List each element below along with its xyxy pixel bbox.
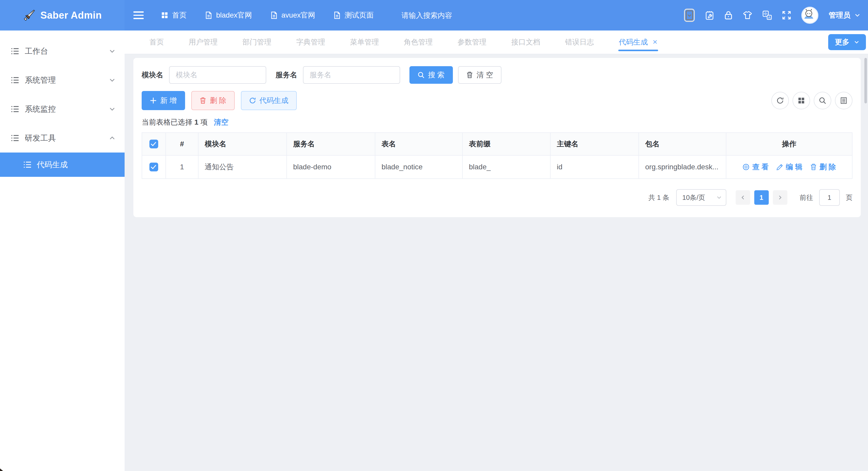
header-search bbox=[400, 10, 501, 20]
chevron-up-icon bbox=[109, 135, 115, 141]
theme-tshirt-icon[interactable] bbox=[743, 11, 752, 20]
header-nav: 首页 bladex官网 avuex官网 bbox=[161, 10, 373, 20]
action-row: 新 增 删 除 代码生成 bbox=[142, 91, 852, 110]
top-header: Saber Admin 首页 bladex官网 bbox=[0, 0, 868, 31]
clear-button[interactable]: 清 空 bbox=[458, 66, 501, 84]
row-checkbox[interactable] bbox=[149, 163, 158, 171]
header-nav-home[interactable]: 首页 bbox=[161, 10, 187, 20]
hamburger-menu-icon[interactable] bbox=[133, 9, 144, 21]
cell-module: 通知公告 bbox=[198, 155, 287, 179]
page-size-select[interactable]: 10条/页 bbox=[676, 189, 726, 206]
column-settings-icon-button[interactable] bbox=[793, 92, 810, 109]
logo-block[interactable]: Saber Admin bbox=[0, 0, 125, 31]
sidebar-item-system-monitor[interactable]: 系统监控 bbox=[0, 95, 125, 124]
tab-dept-management[interactable]: 部门管理 bbox=[230, 31, 284, 54]
tab-user-management[interactable]: 用户管理 bbox=[176, 31, 230, 54]
refresh-icon bbox=[249, 97, 256, 104]
search-icon bbox=[819, 97, 826, 104]
module-name-input[interactable] bbox=[169, 66, 266, 84]
app-title: Saber Admin bbox=[40, 10, 101, 21]
grid-icon bbox=[161, 12, 168, 19]
select-all-checkbox[interactable] bbox=[149, 139, 158, 148]
user-menu[interactable]: 管理员 bbox=[829, 10, 860, 20]
service-name-input[interactable] bbox=[303, 66, 400, 84]
tab-menu-management[interactable]: 菜单管理 bbox=[338, 31, 391, 54]
selection-text: 当前表格已选择 bbox=[142, 117, 192, 127]
user-avatar[interactable] bbox=[801, 7, 818, 24]
sidebar-item-workbench[interactable]: 工作台 bbox=[0, 37, 125, 66]
document-lines-icon bbox=[840, 97, 847, 104]
header-nav-test-page[interactable]: 测试页面 bbox=[334, 10, 373, 20]
refresh-icon-button[interactable] bbox=[771, 92, 789, 109]
pencil-icon bbox=[776, 164, 783, 170]
delete-button[interactable]: 删 除 bbox=[191, 91, 235, 110]
document-icon bbox=[205, 11, 212, 19]
view-link[interactable]: 查 看 bbox=[742, 162, 769, 172]
debug-tool-icon[interactable] bbox=[705, 10, 714, 20]
list-menu-icon bbox=[23, 161, 32, 168]
code-generate-button[interactable]: 代码生成 bbox=[241, 91, 297, 110]
sidebar-sub-item-label: 代码生成 bbox=[37, 159, 68, 170]
document-icon bbox=[271, 11, 277, 19]
row-actions: 查 看 编 辑 删 除 bbox=[733, 162, 846, 172]
trash-icon bbox=[810, 163, 817, 170]
selection-info: 当前表格已选择 1 项 清空 bbox=[142, 117, 852, 127]
goto-page-input[interactable] bbox=[819, 189, 840, 206]
lock-icon[interactable] bbox=[724, 10, 733, 20]
pagination-total: 共 1 条 bbox=[649, 193, 670, 202]
clear-selection-link[interactable]: 清空 bbox=[214, 117, 228, 127]
tab-api-docs[interactable]: 接口文档 bbox=[499, 31, 553, 54]
translate-icon[interactable]: 中 A bbox=[763, 10, 772, 20]
list-menu-icon bbox=[11, 48, 19, 55]
search-button[interactable]: 搜 索 bbox=[409, 66, 453, 84]
add-button[interactable]: 新 增 bbox=[142, 91, 185, 110]
cell-table-name: blade_notice bbox=[375, 155, 462, 179]
header-nav-label: avuex官网 bbox=[281, 10, 315, 20]
page-number-1[interactable]: 1 bbox=[754, 190, 769, 205]
more-tabs-button[interactable]: 更多 bbox=[828, 34, 866, 50]
header-nav-bladex[interactable]: bladex官网 bbox=[205, 10, 252, 20]
sidebar-item-dev-tools[interactable]: 研发工具 bbox=[0, 124, 125, 153]
search-toggle-icon-button[interactable] bbox=[814, 92, 831, 109]
cell-service: blade-demo bbox=[287, 155, 375, 179]
chevron-down-icon bbox=[855, 12, 860, 18]
pagination: 共 1 条 10条/页 1 前往 页 bbox=[142, 189, 852, 206]
header-search-input[interactable] bbox=[400, 11, 501, 20]
tab-role-management[interactable]: 角色管理 bbox=[391, 31, 445, 54]
column-header-service: 服务名 bbox=[287, 133, 375, 155]
header-main: 首页 bladex官网 avuex官网 bbox=[125, 0, 868, 31]
next-page-button[interactable] bbox=[773, 190, 787, 205]
view-icon bbox=[742, 163, 750, 170]
close-tab-icon[interactable]: ✕ bbox=[652, 39, 658, 45]
tab-error-log[interactable]: 错误日志 bbox=[553, 31, 607, 54]
tab-param-management[interactable]: 参数管理 bbox=[445, 31, 499, 54]
service-name-label: 服务名 bbox=[276, 70, 297, 80]
sidebar-item-system-management[interactable]: 系统管理 bbox=[0, 66, 125, 95]
table-row[interactable]: 1 通知公告 blade-demo blade_notice blade_ id… bbox=[142, 155, 852, 179]
filter-row: 模块名 服务名 搜 索 清 空 bbox=[142, 66, 852, 84]
tab-dict-management[interactable]: 字典管理 bbox=[284, 31, 338, 54]
edit-link[interactable]: 编 辑 bbox=[776, 162, 802, 172]
prev-page-button[interactable] bbox=[736, 190, 750, 205]
fullscreen-icon[interactable] bbox=[782, 11, 791, 20]
delete-link[interactable]: 删 除 bbox=[810, 162, 836, 172]
tab-code-generation-active[interactable]: 代码生成 ✕ bbox=[607, 31, 670, 54]
top-nav-style-switch-icon[interactable] bbox=[684, 8, 695, 22]
table-header-row: # 模块名 服务名 表名 表前缀 主键名 包名 操作 bbox=[142, 133, 852, 155]
sidebar-item-code-generation-active[interactable]: 代码生成 bbox=[0, 153, 125, 177]
table-view-icon-button[interactable] bbox=[835, 92, 852, 109]
cell-index: 1 bbox=[166, 155, 198, 179]
cell-package: org.springblade.desk... bbox=[639, 155, 726, 179]
page-unit-label: 页 bbox=[846, 194, 852, 201]
tab-home[interactable]: 首页 bbox=[137, 31, 176, 54]
header-nav-label: bladex官网 bbox=[216, 10, 252, 20]
content-area: 首页 用户管理 部门管理 字典管理 菜单管理 角色管理 参数管理 接口文档 错误… bbox=[125, 31, 868, 471]
header-right-icons: 中 A bbox=[684, 7, 860, 24]
trash-icon bbox=[199, 97, 206, 104]
module-name-label: 模块名 bbox=[142, 70, 163, 80]
header-nav-avuex[interactable]: avuex官网 bbox=[271, 10, 315, 20]
column-header-package: 包名 bbox=[639, 133, 726, 155]
data-table: # 模块名 服务名 表名 表前缀 主键名 包名 操作 1 通知公告 bbox=[142, 132, 852, 179]
sidebar-item-label: 系统管理 bbox=[25, 75, 109, 86]
scrollbar-thumb[interactable] bbox=[864, 58, 867, 103]
